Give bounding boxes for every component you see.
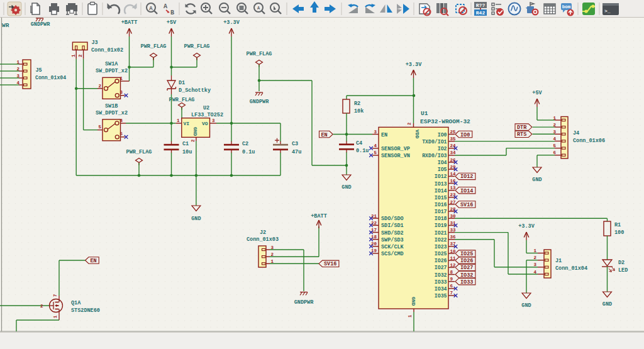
svg-text:IO25: IO25 <box>435 251 447 257</box>
svg-text:VO: VO <box>202 121 208 126</box>
svg-text:12: 12 <box>450 263 457 268</box>
svg-text:GNDPWR: GNDPWR <box>294 299 314 306</box>
svg-text:A: A <box>149 6 153 12</box>
svg-text:3: 3 <box>212 118 215 123</box>
svg-text:3: 3 <box>533 262 536 267</box>
svg-text:GND: GND <box>602 301 612 307</box>
svg-text:GND: GND <box>191 216 201 222</box>
svg-text:EN: EN <box>381 132 387 138</box>
svg-text:PWR_FLAG: PWR_FLAG <box>247 51 272 57</box>
svg-text:IO14: IO14 <box>435 188 447 194</box>
svg-text:B: B <box>170 9 174 16</box>
svg-text:C4: C4 <box>356 140 362 147</box>
svg-text:R2: R2 <box>354 101 360 107</box>
svg-text:GND: GND <box>411 297 416 306</box>
svg-text:J3: J3 <box>92 40 98 46</box>
svg-text:2: 2 <box>40 304 43 309</box>
svg-text:ESP32-WROOM-32: ESP32-WROOM-32 <box>420 118 470 125</box>
svg-text:VI: VI <box>184 121 190 126</box>
svg-text:PWR_FLAG: PWR_FLAG <box>141 43 167 50</box>
svg-text:5: 5 <box>553 143 556 148</box>
svg-text:IO33: IO33 <box>435 279 447 285</box>
svg-text:Conn_01x02: Conn_01x02 <box>91 47 123 53</box>
svg-text:IO27: IO27 <box>460 265 473 271</box>
svg-text:0.1u: 0.1u <box>242 149 255 155</box>
svg-text:Q1A: Q1A <box>71 300 81 306</box>
svg-text:RXD0/IO3: RXD0/IO3 <box>422 153 447 158</box>
svg-text:R42: R42 <box>476 10 486 16</box>
svg-text:EN: EN <box>91 258 97 264</box>
svg-text:47u: 47u <box>292 149 301 155</box>
svg-text:A: A <box>164 3 167 10</box>
svg-text:IO25: IO25 <box>460 251 473 257</box>
svg-text:PWR_FLAG: PWR_FLAG <box>169 97 195 103</box>
svg-text:U2: U2 <box>203 105 209 111</box>
svg-text:IO2: IO2 <box>438 146 447 152</box>
svg-text:10: 10 <box>450 249 457 254</box>
svg-text:>_: >_ <box>604 8 611 14</box>
svg-text:SCS/CMD: SCS/CMD <box>381 251 404 257</box>
svg-text:SDO/SDO: SDO/SDO <box>381 216 404 222</box>
svg-text:IO12: IO12 <box>460 174 473 180</box>
svg-text:+5V: +5V <box>167 19 177 26</box>
svg-text:IO12: IO12 <box>435 174 447 179</box>
svg-text:D1: D1 <box>179 80 185 86</box>
svg-text:DTR: DTR <box>517 125 527 131</box>
svg-text:IO18: IO18 <box>435 216 447 221</box>
svg-text:R??: R?? <box>476 3 486 8</box>
svg-text:IO4: IO4 <box>438 160 447 165</box>
svg-text:IO5: IO5 <box>438 167 447 172</box>
svg-text:7: 7 <box>53 294 58 297</box>
svg-text:+BATT: +BATT <box>311 213 327 219</box>
svg-text:14: 14 <box>450 172 457 177</box>
svg-text:SENSOR_VP: SENSOR_VP <box>381 146 410 152</box>
svg-text:C3: C3 <box>292 141 298 147</box>
svg-text:2: 2 <box>407 123 412 125</box>
svg-text:2: 2 <box>191 140 196 142</box>
svg-text:3: 3 <box>120 90 123 95</box>
svg-text:10u: 10u <box>182 149 192 155</box>
svg-text:D_Schottky: D_Schottky <box>179 87 211 94</box>
svg-text:STS2DNE60: STS2DNE60 <box>71 307 100 314</box>
svg-text:1: 1 <box>120 76 123 81</box>
svg-text:GND: GND <box>521 302 531 309</box>
svg-text:6: 6 <box>120 131 123 136</box>
svg-text:IO26: IO26 <box>435 258 447 263</box>
svg-text:PWR_FLAG: PWR_FLAG <box>126 149 152 155</box>
svg-text:9: 9 <box>450 277 453 282</box>
svg-text:+3.3V: +3.3V <box>406 62 422 68</box>
svg-text:EN: EN <box>321 132 328 138</box>
svg-text:LED: LED <box>618 267 628 274</box>
svg-text:6: 6 <box>450 284 453 289</box>
svg-text:IO35: IO35 <box>435 293 447 299</box>
svg-text:Conn_01x03: Conn_01x03 <box>247 236 279 243</box>
svg-text:U1: U1 <box>421 110 428 117</box>
svg-text:5: 5 <box>99 125 102 130</box>
svg-text:+BATT: +BATT <box>121 19 138 26</box>
svg-text:10k: 10k <box>354 108 364 114</box>
svg-text:TXD0/IO1: TXD0/IO1 <box>422 139 447 145</box>
svg-text:RTS: RTS <box>517 131 526 138</box>
svg-text:SCK/CLK: SCK/CLK <box>381 244 404 250</box>
svg-text:IO17: IO17 <box>435 209 447 214</box>
svg-text:SDI/SD1: SDI/SD1 <box>381 223 404 229</box>
svg-text:SW_DPDT_x2: SW_DPDT_x2 <box>96 110 128 116</box>
svg-text:PWR_FLAG: PWR_FLAG <box>184 43 210 50</box>
svg-text:J4: J4 <box>573 130 579 136</box>
svg-text:J5: J5 <box>36 67 42 74</box>
svg-text:SWP/SD3: SWP/SD3 <box>381 237 404 243</box>
svg-text:bom: bom <box>562 4 571 9</box>
svg-text:IO16: IO16 <box>435 202 447 208</box>
svg-text:Conn_01x04: Conn_01x04 <box>555 265 587 272</box>
svg-text:+3.3V: +3.3V <box>518 223 535 230</box>
svg-text:SENSOR_VN: SENSOR_VN <box>381 153 410 159</box>
svg-text:27: 27 <box>450 200 456 205</box>
svg-text:J1: J1 <box>555 258 562 264</box>
svg-text:IO34: IO34 <box>435 286 447 292</box>
svg-text:IO27: IO27 <box>435 265 447 270</box>
svg-text:IO19: IO19 <box>435 223 447 228</box>
svg-text:LF33_TO252: LF33_TO252 <box>191 112 223 118</box>
svg-text:2: 2 <box>99 84 102 89</box>
svg-text:IO0: IO0 <box>438 132 447 138</box>
svg-text:+3.3V: +3.3V <box>223 19 240 26</box>
